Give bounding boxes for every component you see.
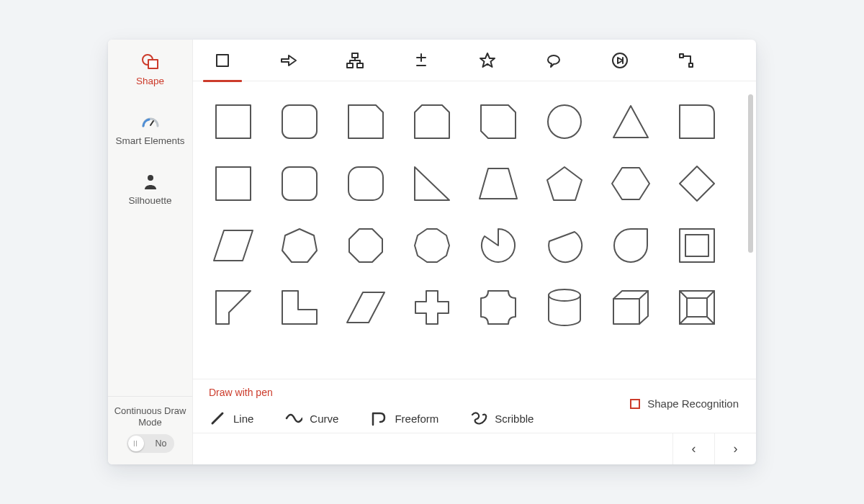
svg-point-3 <box>148 175 153 181</box>
shape-diamond[interactable] <box>675 163 719 204</box>
shape-rounded-rectangle-alt[interactable] <box>278 163 321 204</box>
tab-callouts[interactable] <box>537 40 570 81</box>
draw-option-line[interactable]: Line <box>209 410 253 427</box>
continuous-draw-mode: Continuous Draw Mode ll No <box>108 396 192 465</box>
shape-corner[interactable] <box>212 287 255 328</box>
draw-option-label: Scribble <box>495 413 534 425</box>
sidebar-item-shape[interactable]: Shape <box>108 40 192 99</box>
shape-snip-1-corner[interactable] <box>344 102 387 142</box>
draw-option-scribble[interactable]: Scribble <box>470 410 534 427</box>
shape-snip-2-diag[interactable] <box>477 102 520 142</box>
arrow-icon <box>279 53 298 68</box>
toggle-knob: ll <box>128 436 144 451</box>
sidebar: Shape Smart Elements Silhouette Continuo… <box>108 40 193 464</box>
draw-option-freeform[interactable]: Freeform <box>370 410 438 427</box>
shape-rectangle-alt[interactable] <box>212 163 255 204</box>
shape-grid <box>212 102 737 328</box>
svg-rect-12 <box>216 105 251 138</box>
tab-basic-shapes[interactable] <box>206 40 239 81</box>
sidebar-item-label: Shape <box>112 76 188 88</box>
sidebar-item-label: Smart Elements <box>112 135 188 148</box>
person-icon <box>112 172 188 191</box>
chevron-left-icon: ‹ <box>692 441 696 456</box>
shape-snip-2-same[interactable] <box>410 102 454 142</box>
flowchart-icon <box>346 52 364 69</box>
plusminus-icon <box>414 53 428 68</box>
shape-circle[interactable] <box>543 102 586 142</box>
shape-rounded-rectangle[interactable] <box>278 102 321 142</box>
star-icon <box>479 52 496 69</box>
tab-arrows[interactable] <box>272 40 305 81</box>
pager-next-button[interactable]: › <box>714 433 756 464</box>
connector-icon <box>678 52 695 69</box>
shape-icon <box>112 53 188 71</box>
draw-option-label: Freeform <box>395 413 438 425</box>
play-icon <box>611 52 629 69</box>
continuous-draw-mode-toggle[interactable]: ll No <box>127 434 174 453</box>
shape-frame[interactable] <box>675 225 719 266</box>
shape-parallelogram[interactable] <box>212 225 255 266</box>
tab-stars[interactable] <box>471 40 504 81</box>
tab-connectors[interactable] <box>670 40 703 81</box>
continuous-draw-mode-label: Continuous Draw Mode <box>114 405 186 429</box>
tab-math[interactable] <box>405 40 438 81</box>
svg-rect-22 <box>687 298 707 317</box>
shape-teardrop[interactable] <box>609 225 652 266</box>
shape-pie[interactable] <box>477 225 520 266</box>
shape-grid-area <box>193 81 756 379</box>
speech-icon <box>545 53 562 68</box>
shape-panel: Shape Smart Elements Silhouette Continuo… <box>108 40 756 464</box>
svg-point-14 <box>548 105 581 138</box>
shape-pentagon[interactable] <box>543 163 586 204</box>
tab-buttons[interactable] <box>603 40 636 81</box>
svg-rect-15 <box>216 167 251 200</box>
svg-point-20 <box>549 289 580 301</box>
shape-bevel[interactable] <box>675 287 719 328</box>
svg-rect-4 <box>217 55 228 66</box>
shape-hexagon[interactable] <box>609 163 652 204</box>
main-area: Shape Recognition Draw with pen Line Cur… <box>193 40 756 464</box>
category-tabs <box>193 40 756 81</box>
draw-option-label: Line <box>233 413 253 425</box>
shape-cross[interactable] <box>410 287 454 328</box>
svg-rect-19 <box>685 235 708 256</box>
shape-triangle[interactable] <box>609 102 652 142</box>
shape-chord[interactable] <box>543 225 586 266</box>
svg-rect-17 <box>348 167 383 200</box>
sidebar-item-silhouette[interactable]: Silhouette <box>108 159 192 219</box>
pager-prev-button[interactable]: ‹ <box>672 433 714 464</box>
pager-bar: ‹ › <box>193 433 756 464</box>
sidebar-item-smart-elements[interactable]: Smart Elements <box>108 99 192 159</box>
shape-decagon[interactable] <box>410 225 454 266</box>
shape-round-1-corner[interactable] <box>675 102 719 142</box>
shape-l-shape[interactable] <box>278 287 321 328</box>
svg-rect-1 <box>148 60 158 68</box>
shape-octagon[interactable] <box>344 225 387 266</box>
shape-grid-scroll[interactable] <box>193 81 756 379</box>
square-icon <box>215 53 230 68</box>
shape-rounded-rectangle-alt2[interactable] <box>344 163 387 204</box>
shape-diagonal-stripe[interactable] <box>344 287 387 328</box>
shape-trapezoid[interactable] <box>477 163 520 204</box>
shape-heptagon[interactable] <box>278 225 321 266</box>
shape-cylinder[interactable] <box>543 287 586 328</box>
shape-recognition-label: Shape Recognition <box>647 397 739 410</box>
shape-recognition-checkbox[interactable]: Shape Recognition <box>630 397 739 410</box>
draw-option-curve[interactable]: Curve <box>285 410 338 427</box>
shape-plaque[interactable] <box>477 287 520 328</box>
sidebar-item-label: Silhouette <box>112 195 188 207</box>
freeform-icon <box>370 410 387 427</box>
shape-cube[interactable] <box>609 287 652 328</box>
shape-rectangle[interactable] <box>212 102 255 142</box>
tab-flowchart[interactable] <box>338 40 372 81</box>
line-icon <box>209 410 226 427</box>
chevron-right-icon: › <box>734 441 738 456</box>
svg-point-8 <box>613 53 627 68</box>
checkbox-icon <box>630 399 640 409</box>
shape-right-triangle[interactable] <box>410 163 454 204</box>
svg-line-2 <box>150 121 153 125</box>
svg-rect-16 <box>282 167 317 200</box>
curve-icon <box>285 410 302 427</box>
toggle-state: No <box>156 438 167 449</box>
scribble-icon <box>470 410 487 427</box>
